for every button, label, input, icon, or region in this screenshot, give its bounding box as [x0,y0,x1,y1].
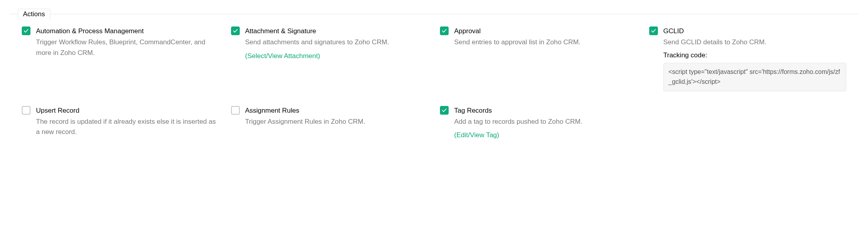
assignment-title: Assignment Rules [245,106,428,116]
automation-checkbox[interactable] [22,26,30,35]
automation-content: Automation & Process Management Trigger … [36,26,219,58]
approval-title: Approval [454,26,637,36]
check-icon [233,28,238,34]
action-item-automation: Automation & Process Management Trigger … [22,26,219,91]
tag-desc: Add a tag to records pushed to Zoho CRM. [454,117,637,127]
gclid-title: GCLID [663,26,847,36]
actions-grid: Automation & Process Management Trigger … [22,26,846,141]
actions-fieldset: Actions Automation & Process Management … [10,14,858,153]
tag-content: Tag Records Add a tag to records pushed … [454,106,637,141]
gclid-checkbox[interactable] [649,26,658,35]
attachment-select-view-link[interactable]: (Select/View Attachment) [245,51,320,61]
check-icon [23,28,29,34]
attachment-content: Attachment & Signature Send attachments … [245,26,428,61]
check-icon [651,28,656,34]
assignment-checkbox[interactable] [231,106,240,115]
gclid-content: GCLID Send GCLID details to Zoho CRM. Tr… [663,26,847,91]
check-icon [442,28,447,34]
action-item-gclid: GCLID Send GCLID details to Zoho CRM. Tr… [649,26,847,91]
empty-cell [649,106,847,141]
attachment-desc: Send attachments and signatures to Zoho … [245,37,428,47]
attachment-checkbox[interactable] [231,26,240,35]
actions-legend: Actions [18,9,50,19]
upsert-title: Upsert Record [36,106,219,116]
action-item-tag: Tag Records Add a tag to records pushed … [440,106,637,141]
gclid-desc: Send GCLID details to Zoho CRM. [663,37,847,47]
upsert-content: Upsert Record The record is updated if i… [36,106,219,138]
upsert-checkbox[interactable] [22,106,30,115]
action-item-assignment: Assignment Rules Trigger Assignment Rule… [231,106,428,141]
automation-desc: Trigger Workflow Rules, Blueprint, Comma… [36,37,219,58]
tag-title: Tag Records [454,106,637,116]
approval-content: Approval Send entries to approval list i… [454,26,637,48]
automation-title: Automation & Process Management [36,26,219,36]
action-item-approval: Approval Send entries to approval list i… [440,26,637,91]
tag-checkbox[interactable] [440,106,449,115]
action-item-attachment: Attachment & Signature Send attachments … [231,26,428,91]
approval-checkbox[interactable] [440,26,449,35]
check-icon [442,108,447,113]
gclid-tracking-label: Tracking code: [663,50,847,60]
gclid-tracking-code[interactable]: <script type="text/javascript" src='http… [663,63,847,91]
tag-edit-view-link[interactable]: (Edit/View Tag) [454,130,499,140]
assignment-content: Assignment Rules Trigger Assignment Rule… [245,106,428,127]
action-item-upsert: Upsert Record The record is updated if i… [22,106,219,141]
approval-desc: Send entries to approval list in Zoho CR… [454,37,637,47]
attachment-title: Attachment & Signature [245,26,428,36]
assignment-desc: Trigger Assignment Rules in Zoho CRM. [245,117,428,127]
upsert-desc: The record is updated if it already exis… [36,117,219,138]
